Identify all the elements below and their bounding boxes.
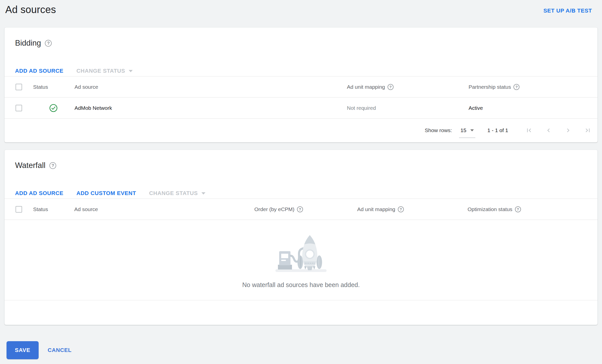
waterfall-title: Waterfall bbox=[15, 161, 45, 170]
waterfall-table-header: Status Ad source Order (by eCPM) ? Ad un… bbox=[5, 199, 597, 220]
empty-state-message: No waterfall ad sources have been added. bbox=[242, 281, 360, 289]
page-title: Ad sources bbox=[5, 4, 56, 15]
waterfall-select-all-checkbox[interactable] bbox=[16, 206, 22, 213]
cancel-button[interactable]: CANCEL bbox=[48, 347, 71, 353]
partnership-status-help-icon[interactable]: ? bbox=[513, 84, 519, 90]
rows-per-page-value: 15 bbox=[461, 127, 466, 133]
waterfall-add-ad-source-button[interactable]: ADD AD SOURCE bbox=[15, 190, 63, 197]
waterfall-col-ad-unit-mapping: Ad unit mapping ? bbox=[357, 206, 468, 212]
pager-controls bbox=[525, 127, 591, 134]
waterfall-card-head: Waterfall ? ADD AD SOURCE ADD CUSTOM EVE… bbox=[5, 150, 597, 199]
ad-source-name: AdMob Network bbox=[74, 105, 347, 111]
last-page-icon[interactable] bbox=[584, 127, 591, 134]
waterfall-card: Waterfall ? ADD AD SOURCE ADD CUSTOM EVE… bbox=[5, 150, 597, 325]
first-page-icon[interactable] bbox=[525, 127, 533, 134]
chevron-down-icon bbox=[201, 192, 205, 195]
rocket-fuel-pump-illustration bbox=[272, 232, 330, 275]
bidding-card-head: Bidding ? ADD AD SOURCE CHANGE STATUS bbox=[5, 28, 597, 76]
page-range-label: 1 - 1 of 1 bbox=[487, 127, 508, 133]
order-ecpm-help-icon[interactable]: ? bbox=[297, 206, 303, 212]
bidding-col-ad-source: Ad source bbox=[74, 84, 347, 90]
chevron-down-icon bbox=[129, 70, 133, 72]
waterfall-col-ad-source: Ad source bbox=[74, 206, 254, 212]
page-header: Ad sources SET UP A/B TEST bbox=[0, 0, 602, 28]
previous-page-icon[interactable] bbox=[545, 127, 552, 134]
waterfall-add-custom-event-button[interactable]: ADD CUSTOM EVENT bbox=[77, 190, 136, 197]
bidding-table-header: Status Ad source Ad unit mapping ? Partn… bbox=[5, 76, 597, 98]
row-checkbox[interactable] bbox=[16, 105, 22, 111]
ad-unit-mapping-help-icon[interactable]: ? bbox=[388, 84, 394, 90]
bidding-col-status: Status bbox=[33, 84, 74, 90]
ad-unit-mapping-help-icon[interactable]: ? bbox=[398, 206, 404, 212]
ad-unit-mapping-value: Not required bbox=[347, 105, 469, 111]
change-status-label: CHANGE STATUS bbox=[149, 190, 198, 197]
bidding-add-ad-source-button[interactable]: ADD AD SOURCE bbox=[15, 68, 63, 74]
waterfall-col-order: Order (by eCPM) ? bbox=[254, 206, 357, 212]
bidding-select-all-checkbox[interactable] bbox=[16, 84, 22, 90]
bidding-col-partnership-status: Partnership status ? bbox=[469, 84, 597, 90]
partnership-status-value: Active bbox=[469, 105, 597, 111]
waterfall-col-optimization-status: Optimization status ? bbox=[468, 206, 597, 212]
waterfall-change-status-button[interactable]: CHANGE STATUS bbox=[149, 190, 205, 197]
optimization-status-help-icon[interactable]: ? bbox=[515, 206, 521, 212]
bidding-title: Bidding bbox=[15, 39, 41, 48]
bidding-help-icon[interactable]: ? bbox=[45, 40, 52, 47]
page-footer: SAVE CANCEL bbox=[7, 341, 602, 359]
ad-sources-page: Ad sources SET UP A/B TEST Bidding ? ADD… bbox=[0, 0, 602, 364]
next-page-icon[interactable] bbox=[564, 127, 572, 134]
rows-per-page-select[interactable]: 15 bbox=[459, 127, 475, 133]
chevron-down-icon bbox=[470, 129, 474, 131]
waterfall-footer-strip bbox=[5, 300, 597, 324]
active-status-icon bbox=[49, 104, 58, 112]
waterfall-help-icon[interactable]: ? bbox=[49, 162, 56, 169]
bidding-table-row: AdMob Network Not required Active bbox=[5, 98, 597, 119]
change-status-label: CHANGE STATUS bbox=[77, 68, 125, 74]
setup-ab-test-button[interactable]: SET UP A/B TEST bbox=[543, 8, 592, 14]
bidding-col-ad-unit-mapping: Ad unit mapping ? bbox=[347, 84, 469, 90]
save-button[interactable]: SAVE bbox=[7, 341, 39, 359]
bidding-card: Bidding ? ADD AD SOURCE CHANGE STATUS St… bbox=[5, 28, 597, 142]
show-rows-label: Show rows: bbox=[425, 127, 452, 133]
waterfall-col-status: Status bbox=[33, 206, 74, 212]
waterfall-empty-state: No waterfall ad sources have been added. bbox=[5, 220, 597, 300]
bidding-pagination: Show rows: 15 1 - 1 of 1 bbox=[5, 119, 597, 142]
bidding-change-status-button[interactable]: CHANGE STATUS bbox=[77, 68, 133, 74]
